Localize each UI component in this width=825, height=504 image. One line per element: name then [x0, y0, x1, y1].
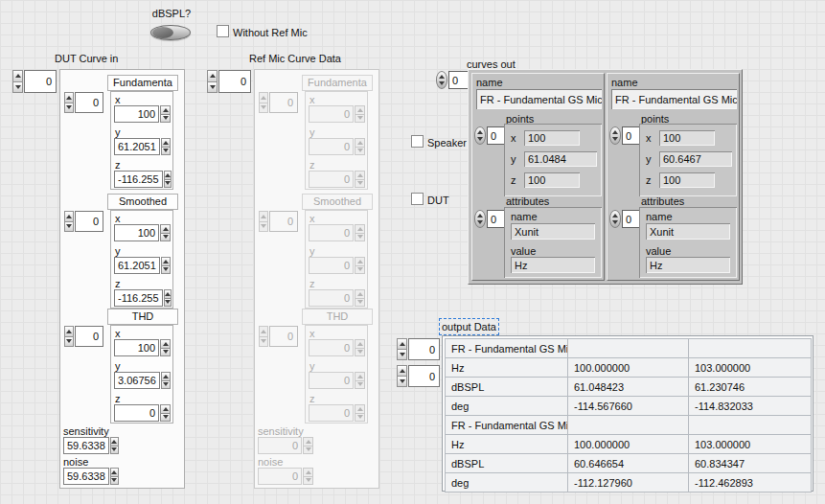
index-spinner: [207, 70, 218, 93]
decrement-button[interactable]: [161, 265, 171, 275]
table-cell: 61.048423: [568, 378, 689, 397]
dut-curve-in-label: DUT Curve in: [55, 53, 118, 64]
index-value[interactable]: 0: [622, 126, 641, 145]
index-value[interactable]: 0: [448, 71, 469, 89]
index-value[interactable]: 0: [218, 70, 251, 93]
y-value[interactable]: 61.2051: [114, 257, 160, 274]
noise-value: 0: [258, 468, 302, 485]
decrement-button[interactable]: [64, 221, 74, 233]
table-row: Hz 100.000000 103.000000: [446, 358, 812, 378]
speaker-checkbox[interactable]: [411, 135, 424, 148]
dbspl-toggle-switch[interactable]: [150, 25, 191, 40]
index-value[interactable]: 0: [75, 92, 103, 113]
up-arrow-icon: [357, 292, 363, 296]
decrement-button[interactable]: [207, 81, 218, 94]
sensitivity-value: 0: [258, 437, 302, 454]
z-value[interactable]: -116.255: [114, 289, 163, 307]
sensitivity-label: sensitivity: [63, 425, 109, 437]
output-col-index-control: 0: [397, 365, 440, 387]
x-value[interactable]: 100: [114, 224, 159, 241]
y-value: 0: [309, 257, 354, 274]
xyz-panel: x 100 y 3.06756 z 0: [110, 325, 173, 424]
down-arrow-icon: [163, 149, 169, 152]
decrement-button: [355, 179, 365, 189]
noise-value[interactable]: 59.6338: [63, 468, 109, 485]
index-spinner[interactable]: [474, 126, 486, 145]
sensitivity-value[interactable]: 59.6338: [63, 437, 109, 454]
decrement-button[interactable]: [110, 476, 119, 486]
table-cell: dBSPL: [446, 454, 568, 473]
without-ref-mic-checkbox[interactable]: [217, 25, 229, 37]
field-spinner: [355, 138, 365, 155]
index-value[interactable]: 0: [24, 70, 57, 93]
decrement-button[interactable]: [160, 413, 171, 423]
noise-label: noise: [63, 456, 88, 468]
decrement-button[interactable]: [397, 376, 407, 387]
decrement-button: [303, 446, 313, 455]
decrement-button[interactable]: [64, 336, 74, 348]
points-index-control: 0: [474, 126, 506, 145]
decrement-button[interactable]: [110, 446, 119, 455]
x-label: x: [309, 213, 315, 224]
x-value[interactable]: 100: [114, 105, 159, 123]
index-spinner[interactable]: [474, 210, 486, 228]
index-value[interactable]: 0: [487, 210, 506, 228]
up-arrow-icon: [357, 260, 363, 263]
index-value[interactable]: 0: [622, 210, 641, 228]
x-value[interactable]: 100: [114, 339, 159, 356]
index-spinner[interactable]: [436, 71, 447, 89]
y-value[interactable]: 3.06756: [114, 372, 160, 389]
index-value[interactable]: 0: [75, 211, 103, 232]
sensitivity-field: 59.6338: [63, 437, 119, 454]
decrement-button[interactable]: [164, 298, 172, 308]
xyz-panel: x 0 y 0 z 0: [305, 210, 368, 309]
y-label: y: [309, 245, 315, 257]
dut-checkbox[interactable]: [411, 193, 424, 205]
section-index-control: 0: [64, 326, 103, 347]
table-cell: [568, 416, 689, 435]
index-value[interactable]: 0: [75, 326, 103, 347]
field-spinner: [355, 339, 365, 356]
down-arrow-icon: [111, 447, 117, 451]
z-value[interactable]: 0: [114, 404, 159, 422]
down-arrow-icon: [163, 267, 169, 271]
output-data-label[interactable]: output Data: [442, 321, 496, 332]
xyz-panel: x 0 y 0 z 0: [305, 91, 368, 190]
index-value[interactable]: 0: [487, 126, 506, 145]
table-row: FR - Fundamental GS Mic2: [446, 416, 812, 435]
up-arrow-icon: [111, 470, 117, 474]
xyz-panel: x 0 y 0 z 0: [305, 325, 368, 424]
output-row-index-control: 0: [397, 338, 440, 360]
decrement-button[interactable]: [161, 147, 171, 156]
decrement-button[interactable]: [160, 114, 171, 124]
y-value[interactable]: 61.2051: [114, 138, 160, 155]
decrement-button[interactable]: [160, 233, 171, 242]
decrement-button[interactable]: [12, 81, 23, 94]
index-spinner[interactable]: [609, 126, 621, 145]
index-value[interactable]: 0: [408, 338, 440, 360]
down-arrow-icon: [400, 353, 405, 356]
index-value[interactable]: 0: [408, 365, 440, 387]
up-arrow-icon: [400, 369, 405, 373]
decrement-button[interactable]: [64, 103, 74, 114]
decrement-button: [355, 298, 365, 308]
decrement-button[interactable]: [397, 349, 407, 360]
down-arrow-icon: [261, 224, 266, 228]
decrement-button[interactable]: [164, 179, 172, 189]
up-arrow-icon: [357, 342, 363, 346]
down-arrow-icon: [163, 415, 169, 419]
decrement-button[interactable]: [160, 348, 171, 357]
index-spinner[interactable]: [609, 210, 621, 228]
field-spinner: [355, 224, 365, 241]
down-arrow-icon: [163, 235, 169, 239]
x-label: x: [115, 94, 121, 105]
field-spinner: [161, 257, 171, 274]
field-spinner: [160, 224, 171, 241]
output-data-table[interactable]: FR - Fundamental GS Mic1 Hz 100.000000 1…: [442, 335, 814, 492]
x-value: 0: [309, 339, 354, 356]
decrement-button[interactable]: [161, 380, 171, 390]
z-value[interactable]: -116.255: [114, 171, 163, 188]
up-arrow-icon: [261, 96, 266, 100]
z-field: -116.255: [114, 171, 171, 188]
down-arrow-icon: [261, 105, 266, 109]
